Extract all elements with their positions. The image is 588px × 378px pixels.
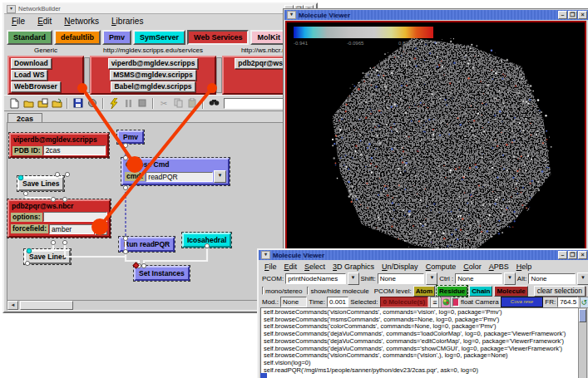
window-menu-icon[interactable]: ▾ [261,251,270,259]
tab-molkit[interactable]: MolKit [250,30,287,45]
tab-standard[interactable]: Standard [7,30,52,45]
close-icon[interactable]: × [578,251,587,259]
toolbar-separator [102,98,104,109]
time-field[interactable]: 0.001 [327,297,348,307]
window-menu-icon[interactable]: ▾ [7,5,16,13]
forcefield-input[interactable]: amber [49,224,94,234]
menu-file[interactable]: File [264,263,277,271]
panel-scrollbar[interactable] [216,57,222,93]
chevron-down-icon[interactable]: ▼ [348,272,359,285]
viewer-titlebar[interactable]: ▾ Molecule Viewer – ❐ × [284,10,588,20]
chevron-down-icon[interactable]: ▼ [504,272,516,285]
level-chain-button[interactable]: Chain [469,286,492,297]
find-node-icon[interactable] [208,98,220,109]
hscroll-thumb[interactable] [20,301,73,310]
msms-service-button[interactable]: MSMS@mgldev.scripps [110,70,196,81]
pdb-id-label: PDB ID: [12,146,42,155]
node-pmv[interactable]: Pmv [117,130,144,144]
tab-symserver[interactable]: SymServer [133,30,185,45]
tab-web-services[interactable]: Web Services [187,30,249,45]
download-button[interactable]: Download [11,58,52,69]
pdb-id-input[interactable]: 2cas [43,145,106,155]
mono-stereo-checkbox[interactable] [262,287,264,295]
pcom-select[interactable]: printNodeNames [285,273,345,284]
merge-network-icon[interactable] [37,98,48,109]
level-molecule-button[interactable]: Molecule [494,286,527,297]
menu-select[interactable]: Select [304,263,325,271]
node-save-lines-1[interactable]: Save Lines [17,176,64,191]
ctrl-select[interactable]: None [455,273,502,284]
maximize-icon[interactable]: ❐ [568,11,577,19]
menu-apbs[interactable]: APBS [489,263,509,271]
minimize-icon[interactable]: – [558,11,567,19]
panel-scrollbar[interactable] [84,57,90,93]
print-network-icon[interactable] [86,98,98,109]
new-network-icon[interactable] [8,98,20,109]
menu-file[interactable]: File [12,17,25,26]
library-icon[interactable] [51,98,62,109]
node-icosahedral[interactable]: Icosahedral [182,233,231,248]
menu-3d-graphics[interactable]: 3D Graphics [333,263,374,271]
menu-edit[interactable]: Edit [37,17,52,26]
cmd-input[interactable]: readPQR [146,172,213,182]
node-viperdb-title: viperdb@mgldev.scripps [11,135,107,145]
close-icon[interactable]: × [578,11,587,19]
show-hide-molecule-checkbox[interactable] [307,287,309,295]
minimize-icon[interactable]: – [558,251,567,259]
menu-networks[interactable]: Networks [64,17,99,26]
scroll-indicator [260,373,267,378]
toolbar-separator [152,98,154,109]
list-icon[interactable]: ≡ [430,297,439,308]
networkbuilder-titlebar[interactable]: ▾ NetworkBuilder – ❐ × [4,4,316,14]
menu-libraries[interactable]: Libraries [111,17,143,26]
colorbar-max-label: 0.830 [398,41,411,46]
save-network-icon[interactable] [72,98,84,109]
node-pdb2pqr[interactable]: pdb2pqr@ws.nbcr options: forcefield: amb… [7,199,111,238]
viewer-title: Molecule Viewer [299,12,350,19]
level-atom-button[interactable]: Atom [413,286,435,297]
alt-select[interactable]: None [528,273,576,284]
menu-edit[interactable]: Edit [284,263,298,271]
cmd-dropdown-icon[interactable]: ▼ [214,170,226,183]
maximize-icon[interactable]: ❐ [568,251,577,259]
viewer-3d-canvas[interactable]: -0.941 -0.0965 0.830 [285,21,586,255]
menu-un-display[interactable]: Un/Display [382,263,418,271]
menu-color[interactable]: Color [463,263,482,271]
open-network-icon[interactable] [22,98,34,109]
viperdb-service-button[interactable]: viperdb@mgldev.scripps [108,58,199,69]
log-vscrollbar[interactable] [578,307,587,378]
options-input[interactable] [43,212,107,222]
scroll-left-icon[interactable]: ◄ [7,301,18,310]
clear-selection-button[interactable]: clear selection [534,286,586,297]
log-line: self.readPQR('/mgl/ms1/people/sanner/pyt… [264,367,576,375]
tab-pmv[interactable]: Pmv [102,30,131,45]
shift-select[interactable]: None [378,273,425,284]
run-network-icon[interactable] [108,98,120,109]
command-log[interactable]: self.browseCommands('visionCommands', co… [260,307,579,378]
viewer-titlebar[interactable]: ▾ Molecule Viewer – ❐ × [259,250,588,260]
refresh-icon[interactable]: ↺ [580,297,588,308]
forcefield-dropdown-icon[interactable]: ▼ [95,223,107,235]
node-run-readpqr[interactable]: Run readPQR [119,237,175,252]
options-label: options: [11,213,42,222]
tab-defaultlib[interactable]: defaultlib [54,30,101,45]
window-menu-icon[interactable]: ▾ [287,11,296,19]
molecule-sphere-icon[interactable] [441,297,450,308]
node-save-lines-2[interactable]: Save Lines [24,249,71,264]
molecule-viewer-control-window: ▾ Molecule Viewer – ❐ × File Edit Select… [257,248,588,378]
load-ws-button[interactable]: Load WS [11,70,47,81]
node-set-instances[interactable]: Set Instances [134,266,190,281]
node-viperdb[interactable]: viperdb@mgldev.scripps PDB ID: 2cas [9,133,109,158]
chevron-down-icon[interactable]: ▼ [577,272,588,285]
chevron-down-icon[interactable]: ▼ [426,272,437,285]
vscroll-thumb[interactable] [579,309,586,322]
node-choose-cmd[interactable]: Choose Cmd cmd: readPQR ▼ [121,158,230,185]
menu-help[interactable]: Help [516,263,532,271]
pcom-label: PCOM: [262,275,284,282]
webbrowser-button[interactable]: WebBrowser [11,81,61,92]
mod-field[interactable]: None [280,297,307,307]
menu-compute[interactable]: Compute [426,263,457,271]
float-camera-checkbox[interactable] [452,298,459,307]
level-residue-button[interactable]: Residue [437,286,467,297]
babel-service-button[interactable]: Babel@mgldev.scripps [111,81,195,92]
